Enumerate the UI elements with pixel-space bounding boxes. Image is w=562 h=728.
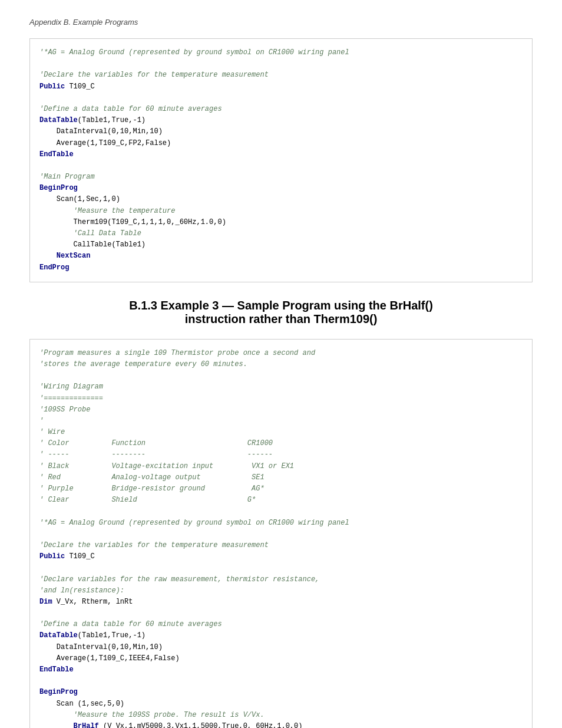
cb2-comment-declare: 'Declare the variables for the temperatu… bbox=[39, 541, 269, 549]
cb2-comment-ag: '*AG = Analog Ground (represented by gro… bbox=[39, 519, 349, 527]
cb2-line-1: 'Program measures a single 109 Thermisto… bbox=[39, 349, 315, 357]
cb1-plain-therm109: Therm109(T109_C,1,1,1,0,_60Hz,1.0,0) bbox=[74, 218, 226, 226]
cb2-comment-purple: ' Purple Bridge-resistor ground AG* bbox=[39, 485, 265, 493]
code-block-2: 'Program measures a single 109 Thermisto… bbox=[29, 339, 533, 728]
cb1-plain-calltable: CallTable(Table1) bbox=[74, 241, 146, 249]
cb2-kw-brhalf: BrHalf bbox=[74, 722, 99, 728]
cb2-comment-wire: ' Wire bbox=[39, 428, 65, 436]
cb1-kw-beginprog: BeginProg bbox=[39, 184, 78, 192]
cb2-comment-wiring: 'Wiring Diagram bbox=[39, 383, 103, 391]
cb2-plain-scan: Scan (1,sec,5,0) bbox=[57, 700, 124, 708]
cb1-plain-datatable-args: (Table1,True,-1) bbox=[78, 116, 146, 124]
cb2-plain-brhalf-args: (V_Vx,1,mV5000,3,Vx1,1,5000,True,0,_60Hz… bbox=[99, 722, 303, 728]
cb2-comment-dashes: ' ----- -------- ------ bbox=[39, 450, 273, 459]
cb2-plain-average: Average(1,T109_C,IEEE4,False) bbox=[57, 654, 180, 663]
cb2-comment-black: ' Black Voltage-excitation input VX1 or … bbox=[39, 462, 294, 470]
cb2-comment-sep: '============== bbox=[39, 394, 103, 403]
cb2-plain-datatable-args: (Table1,True,-1) bbox=[78, 631, 146, 640]
cb1-plain-scan: Scan(1,Sec,1,0) bbox=[57, 195, 120, 203]
cb2-kw-endtable: EndTable bbox=[39, 666, 74, 674]
cb2-comment-clear: ' Clear Shield G* bbox=[39, 496, 256, 504]
cb2-comment-red: ' Red Analog-voltage output SE1 bbox=[39, 473, 265, 482]
cb1-comment-main: 'Main Program bbox=[39, 173, 95, 181]
cb2-plain-dim: V_Vx, Rtherm, lnRt bbox=[52, 598, 133, 606]
cb2-kw-beginprog: BeginProg bbox=[39, 688, 78, 696]
cb1-line-3: 'Declare the variables for the temperatu… bbox=[39, 71, 269, 79]
cb1-kw-nextscan: NextScan bbox=[57, 252, 91, 260]
cb2-plain-datainterval: DataInterval(0,10,Min,10) bbox=[57, 643, 163, 651]
cb1-kw-public: Public bbox=[39, 83, 65, 91]
cb1-plain-datainterval: DataInterval(0,10,Min,10) bbox=[57, 127, 163, 136]
section-title: B.1.3 Example 3 — Sample Program using t… bbox=[29, 299, 533, 326]
cb1-plain-average: Average(1,T109_C,FP2,False) bbox=[57, 139, 171, 147]
cb2-comment-apos: ' bbox=[39, 417, 44, 425]
cb2-kw-dim: Dim bbox=[39, 598, 52, 606]
code-block-1: '*AG = Analog Ground (represented by gro… bbox=[29, 38, 533, 282]
cb2-comment-measure109: 'Measure the 109SS probe. The result is … bbox=[74, 711, 265, 719]
cb2-line-2: 'stores the average temperature every 60… bbox=[39, 360, 247, 368]
cb1-comment-calltable: 'Call Data Table bbox=[74, 229, 141, 238]
cb2-comment-declare3: 'and ln(resistance): bbox=[39, 587, 124, 595]
cb1-kw-datatable: DataTable bbox=[39, 116, 78, 124]
cb2-comment-probe: '109SS Probe bbox=[39, 406, 90, 414]
cb2-kw-public: Public bbox=[39, 552, 65, 561]
cb2-comment-declare2: 'Declare variables for the raw measureme… bbox=[39, 575, 319, 584]
section-heading: B.1.3 Example 3 — Sample Program using t… bbox=[29, 299, 533, 326]
page-header: Appendix B. Example Programs bbox=[29, 18, 533, 27]
cb1-kw-endtable: EndTable bbox=[39, 150, 74, 159]
cb2-comment-define: 'Define a data table for 60 minute avera… bbox=[39, 620, 222, 628]
cb1-kw-endprog: EndProg bbox=[39, 263, 69, 272]
cb2-comment-header: ' Color Function CR1000 bbox=[39, 439, 273, 447]
cb2-plain-t109: T109_C bbox=[65, 552, 94, 561]
cb1-line-5: 'Define a data table for 60 minute avera… bbox=[39, 105, 222, 113]
cb2-kw-datatable: DataTable bbox=[39, 631, 78, 640]
cb1-line-1: '*AG = Analog Ground (represented by gro… bbox=[39, 48, 349, 57]
cb1-comment-measure: 'Measure the temperature bbox=[74, 207, 176, 215]
cb1-plain-t109: T109_C bbox=[65, 83, 94, 91]
